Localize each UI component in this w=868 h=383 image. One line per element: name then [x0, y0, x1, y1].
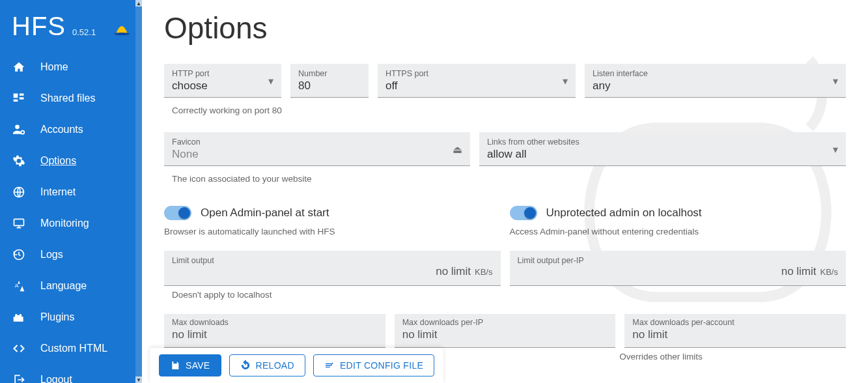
field-label: Number	[298, 69, 362, 78]
sidebar-item-shared-files[interactable]: Shared files	[0, 83, 142, 114]
chevron-down-icon: ▾	[563, 74, 568, 87]
field-label: Max downloads	[172, 318, 378, 327]
edit-icon	[324, 360, 335, 371]
limit-output-input[interactable]: Limit output no limitKB/s	[164, 251, 501, 286]
toggle-label: Open Admin-panel at start	[201, 206, 329, 220]
port-number-input[interactable]: Number 80	[290, 64, 369, 98]
favicon-hint: The icon associated to your website	[164, 170, 846, 184]
translate-icon	[12, 279, 26, 293]
svg-rect-3	[20, 97, 24, 99]
action-bar: SAVE RELOAD EDIT CONFIG FILE	[150, 348, 443, 383]
sidebar-item-language[interactable]: Language	[0, 270, 142, 302]
limit-hint: Doesn't apply to localhost	[164, 286, 846, 300]
page-title: Options	[164, 10, 846, 46]
field-value: off	[385, 79, 569, 92]
field-value: None	[172, 148, 464, 161]
toggle-hint: Access Admin-panel without entering cred…	[510, 227, 847, 236]
chevron-down-icon: ▾	[268, 74, 273, 87]
max-downloads-perip-input[interactable]: Max downloads per-IP no limit	[395, 314, 616, 348]
links-select[interactable]: Links from other websites allow all ▾	[479, 132, 846, 166]
field-label: HTTPS port	[385, 69, 569, 78]
field-label: Limit output per-IP	[518, 256, 839, 265]
https-port-select[interactable]: HTTPS port off ▾	[378, 64, 576, 98]
sidebar-item-internet[interactable]: Internet	[0, 177, 142, 208]
plugin-icon	[12, 310, 26, 324]
limit-output-perip-input[interactable]: Limit output per-IP no limitKB/s	[510, 251, 847, 286]
sidebar-item-label: Language	[40, 280, 87, 292]
logout-icon	[12, 373, 26, 383]
max-downloads-input[interactable]: Max downloads no limit	[164, 314, 385, 348]
sidebar-item-label: Logout	[40, 374, 72, 383]
max-downloads-peraccount-input[interactable]: Max downloads per-account no limit	[624, 314, 846, 348]
sidebar-item-label: Accounts	[40, 124, 83, 135]
svg-rect-4	[14, 100, 18, 102]
history-icon	[12, 248, 26, 262]
button-label: SAVE	[186, 360, 210, 371]
sidebar-item-label: Shared files	[40, 92, 96, 104]
port-status-text: Correctly working on port 80	[164, 102, 846, 115]
field-label: Max downloads per-IP	[402, 318, 608, 327]
sidebar-item-label: Home	[40, 61, 68, 73]
globe-icon	[12, 185, 26, 199]
field-value: no limit	[632, 328, 838, 341]
field-value: no limit	[436, 265, 471, 278]
toggle-hint: Browser is automatically launched with H…	[164, 227, 501, 236]
sidebar-item-logout[interactable]: Logout	[0, 364, 142, 383]
brand-icon	[113, 22, 130, 35]
field-value: no limit	[172, 328, 378, 341]
downloads-hint: Overrides other limits	[611, 348, 846, 362]
field-label: HTTP port	[172, 69, 275, 78]
open-admin-toggle[interactable]	[164, 206, 191, 220]
home-icon	[12, 60, 26, 74]
sidebar-item-label: Monitoring	[40, 218, 89, 229]
eject-icon[interactable]: ⏏	[453, 143, 462, 155]
toggle-label: Unprotected admin on localhost	[546, 206, 702, 220]
save-icon	[170, 360, 180, 371]
listen-interface-select[interactable]: Listen interface any ▾	[585, 64, 846, 98]
sidebar-item-label: Custom HTML	[40, 343, 107, 354]
field-label: Max downloads per-account	[632, 318, 838, 327]
svg-point-5	[15, 125, 20, 130]
unprotected-admin-toggle[interactable]	[510, 206, 537, 220]
scroll-up-icon[interactable]: ▲	[135, 0, 142, 7]
edit-config-button[interactable]: EDIT CONFIG FILE	[313, 354, 434, 376]
field-value: 80	[298, 79, 362, 92]
shared-files-icon	[12, 91, 26, 106]
sidebar-item-label: Internet	[40, 186, 76, 198]
sidebar-item-label: Plugins	[40, 311, 74, 323]
sidebar-item-plugins[interactable]: Plugins	[0, 302, 142, 333]
svg-rect-1	[14, 94, 18, 98]
sidebar-item-monitoring[interactable]: Monitoring	[0, 208, 142, 239]
sidebar-item-logs[interactable]: Logs	[0, 239, 142, 270]
chevron-down-icon: ▾	[833, 143, 838, 155]
svg-point-6	[21, 131, 24, 134]
brand: HFS 0.52.1	[0, 0, 142, 48]
field-label: Limit output	[172, 256, 493, 265]
code-icon	[12, 341, 26, 356]
reload-button[interactable]: RELOAD	[229, 354, 305, 376]
monitor-icon	[12, 216, 26, 231]
field-label: Listen interface	[593, 69, 839, 78]
field-value: no limit	[781, 265, 817, 278]
svg-rect-2	[20, 94, 24, 96]
chevron-down-icon: ▾	[833, 74, 838, 87]
app-name: HFS	[12, 12, 66, 41]
sidebar-item-custom-html[interactable]: Custom HTML	[0, 333, 142, 364]
main: Options HTTP port choose ▾ Number 80 HTT…	[142, 0, 868, 383]
save-button[interactable]: SAVE	[159, 354, 221, 376]
favicon-input[interactable]: Favicon None ⏏	[164, 132, 470, 166]
sidebar-item-options[interactable]: Options	[0, 145, 142, 177]
sidebar-item-accounts[interactable]: Accounts	[0, 114, 142, 145]
field-label: Favicon	[172, 137, 464, 147]
button-label: RELOAD	[256, 360, 294, 371]
field-label: Links from other websites	[487, 137, 839, 147]
sidebar-item-label: Options	[40, 155, 76, 167]
sidebar-scrollbar[interactable]: ▲ ▼	[135, 0, 142, 383]
field-value: choose	[172, 79, 275, 92]
field-unit: KB/s	[820, 267, 838, 277]
sidebar-item-home[interactable]: Home	[0, 51, 142, 83]
field-value: any	[593, 79, 839, 92]
field-value: no limit	[402, 328, 608, 341]
http-port-select[interactable]: HTTP port choose ▾	[164, 64, 281, 98]
scroll-down-icon[interactable]: ▼	[135, 376, 142, 383]
